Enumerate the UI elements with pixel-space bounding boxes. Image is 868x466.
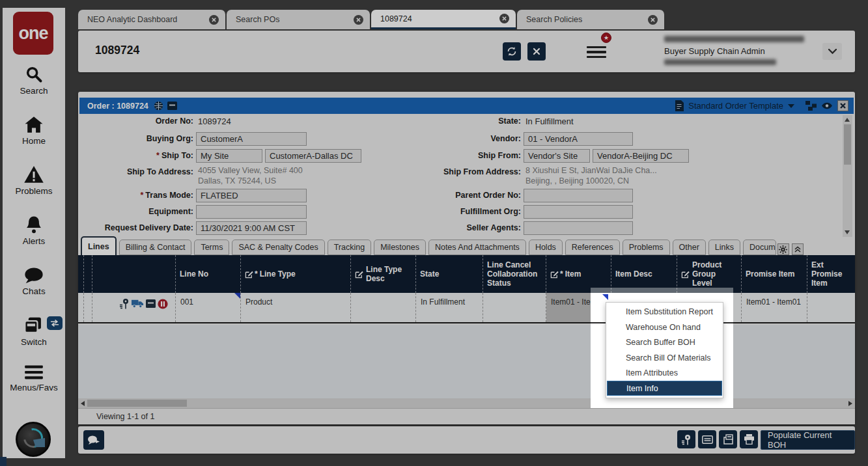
- edit-pencil-icon: [681, 270, 690, 279]
- archive-icon[interactable]: [167, 102, 177, 110]
- ship-from-site-input[interactable]: Vendor's Site: [524, 149, 590, 163]
- tab-1089724[interactable]: 1089724: [371, 10, 516, 29]
- milestone-button[interactable]: [677, 430, 695, 448]
- sidebar-label: Alerts: [23, 236, 46, 246]
- column-header-line-no[interactable]: Line No: [176, 255, 241, 293]
- tab-label: 1089724: [380, 14, 494, 23]
- vendor-input[interactable]: 01 - VendorA: [524, 132, 633, 146]
- populate-current-boh-button[interactable]: Populate Current BOH: [761, 430, 855, 450]
- tab-references[interactable]: References: [565, 240, 620, 255]
- column-header-ext-promise-item[interactable]: Ext Promise Item: [807, 255, 855, 293]
- milestone-pin-icon[interactable]: [119, 298, 130, 309]
- refresh-button[interactable]: [503, 42, 521, 61]
- pause-hold-icon[interactable]: [158, 299, 168, 309]
- template-selector-label[interactable]: Standard Order Template: [688, 101, 783, 111]
- trans-mode-input[interactable]: FLATBED: [196, 189, 307, 202]
- menu-item-search-buffer-boh[interactable]: Search Buffer BOH: [606, 335, 723, 350]
- tab-tracking[interactable]: Tracking: [328, 240, 371, 255]
- field-label: Vendor: [391, 134, 521, 143]
- footer-toolbar: Populate Current BOH: [78, 426, 855, 454]
- form-scrollbar[interactable]: [843, 115, 852, 237]
- tab-notes-attachments[interactable]: Notes And Attachments: [428, 240, 526, 255]
- switch-swap-badge[interactable]: [47, 316, 63, 330]
- table-row[interactable]: 001 Product In Fulfillment Item01 - Item…: [78, 293, 855, 323]
- tab-links[interactable]: Links: [708, 240, 740, 255]
- tab-billing-contact[interactable]: Billing & Contact: [119, 240, 192, 255]
- ship-from-location-input[interactable]: VendorA-Beijing DC: [593, 149, 689, 163]
- collapse-panel-button[interactable]: [792, 243, 804, 255]
- menu-item-item-attributes[interactable]: Item Attributes: [606, 366, 723, 381]
- column-header-line-cancel-status[interactable]: Line Cancel Collaboration Status: [483, 255, 546, 293]
- archive-icon[interactable]: [146, 299, 156, 308]
- order-panel-title: Order : 1089724: [87, 102, 148, 111]
- sidebar-item-menus-favs[interactable]: Menus/Favs: [3, 364, 65, 392]
- sidebar-item-chats[interactable]: Chats: [3, 267, 65, 296]
- sidebar-item-home[interactable]: Home: [3, 116, 65, 146]
- ship-to-site-input[interactable]: My Site: [196, 149, 262, 163]
- buying-org-input[interactable]: CustomerA: [196, 132, 307, 146]
- close-icon[interactable]: [354, 15, 363, 25]
- tab-search-pos[interactable]: Search POs: [227, 10, 370, 29]
- ship-to-location-input[interactable]: CustomerA-Dallas DC: [265, 149, 361, 163]
- user-menu-chevron-button[interactable]: [822, 43, 842, 60]
- export-tray-button[interactable]: [719, 430, 737, 448]
- print-button[interactable]: [740, 430, 758, 448]
- grid-paging-status: Viewing 1-1 of 1: [78, 408, 855, 424]
- column-header-line-type-desc[interactable]: Line Type Desc: [351, 255, 416, 293]
- close-icon[interactable]: [499, 14, 509, 23]
- tab-documents[interactable]: Docum: [743, 240, 776, 255]
- line-type-desc-cell[interactable]: [351, 293, 416, 322]
- close-icon[interactable]: [648, 15, 658, 25]
- tab-search-policies[interactable]: Search Policies: [517, 10, 664, 29]
- close-icon[interactable]: [209, 15, 219, 25]
- tab-sac-penalty-codes[interactable]: SAC & Penalty Codes: [232, 240, 324, 255]
- hierarchy-icon[interactable]: [805, 101, 817, 111]
- menu-item-warehouse-on-hand[interactable]: Warehouse On hand: [606, 320, 723, 335]
- truck-icon[interactable]: [132, 299, 144, 308]
- tab-milestones[interactable]: Milestones: [374, 240, 426, 255]
- scroll-down-icon[interactable]: [845, 230, 850, 234]
- menu-hamburger-button[interactable]: [587, 44, 606, 61]
- table-horizontal-scrollbar[interactable]: [78, 398, 855, 408]
- menu-item-item-info[interactable]: Item Info: [607, 381, 722, 396]
- scrollbar-thumb[interactable]: [844, 124, 851, 165]
- request-delivery-date-input[interactable]: 11/30/2021 9:00 AM CST: [196, 221, 307, 235]
- eye-icon[interactable]: [821, 102, 833, 109]
- user-avatar[interactable]: [16, 422, 51, 457]
- chat-button[interactable]: [83, 430, 104, 450]
- tab-problems[interactable]: Problems: [623, 240, 670, 255]
- field-label: Fulfillment Org: [391, 207, 521, 216]
- menu-item-search-bill-of-materials[interactable]: Search Bill Of Materials: [606, 350, 723, 365]
- tab-other[interactable]: Other: [673, 240, 706, 255]
- seller-agents-input[interactable]: [524, 221, 633, 235]
- scroll-up-icon[interactable]: [845, 118, 850, 122]
- line-no-cell[interactable]: 001: [176, 293, 241, 322]
- parent-order-no-input[interactable]: [524, 189, 633, 202]
- tab-holds[interactable]: Holds: [529, 240, 563, 255]
- card-view-button[interactable]: [698, 430, 716, 448]
- scrollbar-thumb[interactable]: [87, 400, 187, 407]
- close-page-button[interactable]: [527, 42, 546, 61]
- line-type-cell[interactable]: Product: [241, 293, 351, 322]
- cell-marker-icon: [234, 293, 240, 299]
- grid-settings-button[interactable]: [777, 243, 789, 255]
- sidebar-item-search[interactable]: Search: [3, 65, 65, 96]
- column-header-promise-item[interactable]: Promise Item: [742, 255, 807, 293]
- column-header-state[interactable]: State: [416, 255, 483, 293]
- panel-close-button[interactable]: [837, 100, 848, 111]
- scroll-left-icon[interactable]: [81, 401, 85, 406]
- tab-lines[interactable]: Lines: [81, 236, 117, 255]
- edit-pencil-icon: [355, 270, 363, 279]
- sidebar-item-alerts[interactable]: Alerts: [3, 215, 65, 246]
- sidebar-item-problems[interactable]: Problems: [3, 166, 65, 196]
- tab-terms[interactable]: Terms: [194, 240, 229, 255]
- tab-neo-analytic-dashboard[interactable]: NEO Analytic Dashboard: [78, 10, 225, 29]
- menu-item-substitution-report[interactable]: Item Substitution Report: [606, 305, 723, 320]
- scroll-right-icon[interactable]: [848, 401, 852, 406]
- user-role-label: Buyer Supply Chain Admin: [664, 46, 765, 56]
- fulfillment-org-input[interactable]: [524, 205, 633, 219]
- one-logo[interactable]: one: [13, 12, 53, 55]
- column-header-line-type[interactable]: *Line Type: [241, 255, 351, 293]
- template-caret-icon[interactable]: [788, 104, 794, 108]
- equipment-input[interactable]: [196, 205, 307, 219]
